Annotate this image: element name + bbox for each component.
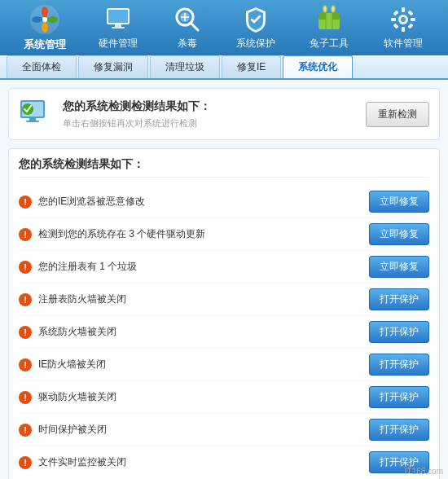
result-text-5: IE防火墙被关闭 [38,358,362,371]
result-row: ! IE防火墙被关闭 打开保护 [19,349,429,381]
top-bar: 系统管理 硬件管理 [0,0,448,55]
results-title: 您的系统检测结果如下： [19,157,429,178]
result-text-2: 您的注册表有 1 个垃圾 [38,260,362,274]
nav-item-hardware[interactable]: 硬件管理 [92,2,144,54]
action-btn-5[interactable]: 打开保护 [369,354,429,376]
warning-icon-0: ! [19,196,32,209]
result-text-4: 系统防火墙被关闭 [38,325,362,339]
computer-icon [19,97,53,131]
tab-full-check[interactable]: 全面体检 [7,55,77,78]
nav-items: 硬件管理 杀毒 [81,2,440,54]
results-section: 您的系统检测结果如下： ! 您的IE浏览器被恶意修改 立即修复 ! 检测到您的系… [8,148,440,479]
monitor-icon [103,5,133,34]
result-row: ! 您的IE浏览器被恶意修改 立即修复 [19,186,429,218]
svg-rect-4 [115,24,121,27]
main-content: 您的系统检测检测结果如下： 单击右侧按钮再次对系统进行检测 重新检测 您的系统检… [0,80,448,479]
svg-rect-5 [112,27,125,29]
svg-point-19 [332,7,335,12]
svg-rect-24 [391,18,396,21]
svg-rect-22 [402,7,405,12]
svg-line-7 [191,23,198,30]
svg-rect-34 [26,121,39,122]
svg-rect-29 [407,23,413,29]
result-banner: 您的系统检测检测结果如下： 单击右侧按钮再次对系统进行检测 重新检测 [8,88,440,140]
svg-rect-13 [326,13,332,20]
svg-rect-27 [407,10,413,15]
nav-item-sysprotect[interactable]: 系统保护 [230,2,282,54]
watermark: IT168.com [405,467,443,476]
svg-rect-26 [393,10,398,15]
nav-item-rabbit[interactable]: 兔子工具 [303,2,355,54]
tab-clean-trash[interactable]: 清理垃圾 [150,55,220,78]
shield-icon [241,5,270,34]
recheck-button[interactable]: 重新检测 [366,102,429,127]
warning-icon-7: ! [19,424,32,437]
warning-icon-8: ! [19,456,32,469]
action-btn-0[interactable]: 立即修复 [369,191,429,213]
nav-label-sysprotect: 系统保护 [236,37,275,51]
tab-sys-optimize[interactable]: 系统优化 [283,55,353,78]
banner-subtitle: 单击右侧按钮再次对系统进行检测 [63,117,366,130]
action-btn-2[interactable]: 立即修复 [369,256,429,278]
result-row: ! 驱动防火墙被关闭 打开保护 [19,381,429,414]
warning-icon-3: ! [19,293,32,306]
svg-rect-28 [393,23,398,29]
action-btn-4[interactable]: 打开保护 [369,321,429,343]
nav-item-software[interactable]: 软件管理 [377,2,429,54]
result-row: ! 检测到您的系统存在 3 个硬件驱动更新 立即修复 [19,218,429,251]
banner-title: 您的系统检测检测结果如下： [63,99,366,114]
nav-item-kill[interactable]: 杀毒 [166,2,209,54]
warning-icon-2: ! [19,261,32,274]
result-text-6: 驱动防火墙被关闭 [38,390,362,404]
tab-fix-broken[interactable]: 修复漏洞 [78,55,148,78]
warning-icon-6: ! [19,391,32,404]
nav-label-hardware: 硬件管理 [99,37,138,51]
action-btn-1[interactable]: 立即修复 [369,223,429,245]
search-icon [173,5,202,34]
svg-rect-3 [108,10,128,23]
rabbit-icon [314,5,344,34]
svg-rect-25 [411,18,415,21]
result-text-0: 您的IE浏览器被恶意修改 [38,195,362,209]
warning-icon-1: ! [19,228,32,241]
result-text-7: 时间保护被关闭 [38,423,362,437]
result-row: ! 您的注册表有 1 个垃圾 立即修复 [19,251,429,283]
result-text-3: 注册表防火墙被关闭 [38,292,362,306]
tab-fix-ie[interactable]: 修复IE [222,55,281,78]
result-row: ! 系统防火墙被关闭 打开保护 [19,316,429,349]
result-text-8: 文件实时监控被关闭 [38,455,362,469]
logo-area[interactable]: 系统管理 [8,3,81,52]
logo-icon [29,3,61,36]
result-text-1: 检测到您的系统存在 3 个硬件驱动更新 [38,227,362,241]
logo-label: 系统管理 [24,37,66,52]
action-btn-3[interactable]: 打开保护 [369,288,429,310]
nav-label-kill: 杀毒 [178,37,197,51]
action-btn-6[interactable]: 打开保护 [369,386,429,408]
nav-label-software: 软件管理 [384,37,423,51]
svg-point-1 [42,17,47,22]
nav-label-rabbit: 兔子工具 [310,37,349,51]
banner-text: 您的系统检测检测结果如下： 单击右侧按钮再次对系统进行检测 [63,99,366,130]
warning-icon-5: ! [19,358,32,371]
action-btn-7[interactable]: 打开保护 [369,419,429,441]
result-row: ! 注册表防火墙被关闭 打开保护 [19,283,429,316]
tab-bar: 全面体检 修复漏洞 清理垃圾 修复IE 系统优化 [0,55,448,80]
result-row: ! 文件实时监控被关闭 打开保护 [19,446,429,478]
result-row: ! 时间保护被关闭 打开保护 [19,414,429,446]
warning-icon-4: ! [19,326,32,339]
gear-icon [389,5,418,34]
svg-rect-23 [402,27,405,32]
svg-point-21 [401,17,406,22]
svg-point-18 [324,7,327,12]
svg-rect-33 [29,118,36,121]
